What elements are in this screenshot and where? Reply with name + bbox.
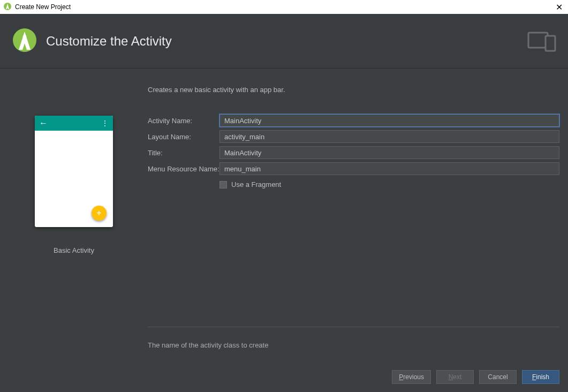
wizard-header: Customize the Activity [0,14,568,69]
menu-resource-label: Menu Resource Name: [148,165,219,173]
wizard-footer: Previous Next Cancel Finish [0,362,568,392]
field-hint: The name of the activity class to create [148,341,559,349]
next-button: Next [436,370,474,384]
form-factor-icon [527,31,557,52]
preview-caption: Basic Activity [54,246,94,254]
android-studio-icon [3,2,12,12]
activity-name-input[interactable] [219,114,559,127]
wizard-content: ← ⋮ + Basic Activity Creates a new basic… [0,69,568,362]
layout-name-input[interactable] [219,130,559,143]
svg-point-2 [23,35,27,39]
layout-name-label: Layout Name: [148,133,219,141]
title-input[interactable] [219,146,559,159]
menu-resource-input[interactable] [219,162,559,175]
svg-rect-4 [546,36,555,51]
activity-preview: ← ⋮ + [35,116,113,227]
window-titlebar: Create New Project ✕ [0,0,568,14]
back-arrow-icon: ← [39,119,48,127]
use-fragment-checkbox[interactable] [219,181,227,189]
previous-button[interactable]: Previous [392,370,431,384]
preview-appbar: ← ⋮ [35,116,113,131]
use-fragment-label: Use a Fragment [231,180,281,189]
page-title: Customize the Activity [46,34,172,49]
overflow-menu-icon: ⋮ [101,119,109,127]
activity-description: Creates a new basic activity with an app… [148,86,559,94]
activity-name-label: Activity Name: [148,117,219,125]
window-title: Create New Project [15,3,71,11]
preview-column: ← ⋮ + Basic Activity [0,69,148,362]
form-column: Creates a new basic activity with an app… [148,69,568,362]
title-label: Title: [148,149,219,157]
cancel-button[interactable]: Cancel [479,370,517,384]
fab-icon: + [92,206,107,221]
close-button[interactable]: ✕ [554,2,565,12]
android-studio-logo-icon [11,26,39,56]
finish-button[interactable]: Finish [522,370,559,384]
divider [148,327,559,327]
